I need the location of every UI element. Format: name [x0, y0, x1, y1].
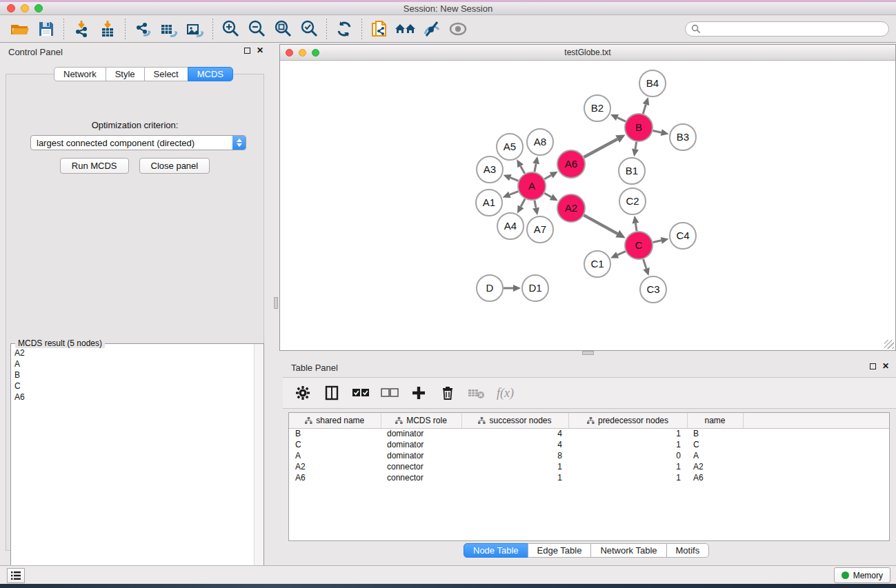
- export-network-button[interactable]: [130, 17, 156, 41]
- tab-style[interactable]: Style: [106, 67, 145, 81]
- graph-node-B1[interactable]: B1: [619, 158, 645, 184]
- table-cell[interactable]: A6: [687, 472, 743, 483]
- table-cell[interactable]: connector: [381, 472, 461, 483]
- graph-edge-C-C3[interactable]: [644, 259, 646, 269]
- scrollbar-track[interactable]: [254, 344, 263, 579]
- graph-node-C[interactable]: C: [625, 232, 653, 259]
- table-cell[interactable]: A6: [289, 472, 381, 483]
- resize-grip-icon[interactable]: [884, 340, 894, 349]
- graph-node-B3[interactable]: B3: [670, 124, 696, 150]
- table-cell[interactable]: 1: [568, 472, 687, 483]
- mcds-result-item[interactable]: B: [11, 369, 254, 381]
- table-settings-button[interactable]: [294, 384, 312, 402]
- float-panel-icon[interactable]: [870, 363, 876, 369]
- table-cell[interactable]: A2: [289, 461, 381, 472]
- graph-edge-B-B4[interactable]: [643, 105, 646, 114]
- graph-node-C4[interactable]: C4: [670, 223, 696, 249]
- column-header-name[interactable]: name: [687, 413, 743, 428]
- graph-node-B2[interactable]: B2: [584, 95, 610, 121]
- column-header-successor-nodes[interactable]: successor nodes: [461, 413, 568, 428]
- tab-select[interactable]: Select: [144, 67, 188, 81]
- mcds-result-item[interactable]: A6: [11, 392, 254, 403]
- open-file-button[interactable]: [7, 17, 33, 41]
- table-row[interactable]: Adominator80A: [289, 450, 889, 461]
- graph-node-A[interactable]: A: [518, 172, 546, 200]
- export-image-button[interactable]: [182, 17, 208, 41]
- table-cell[interactable]: 0: [568, 450, 687, 461]
- float-panel-icon[interactable]: [244, 48, 250, 54]
- save-session-button[interactable]: [33, 17, 59, 41]
- import-network-button[interactable]: [68, 17, 94, 41]
- table-cell[interactable]: 1: [461, 472, 568, 483]
- split-pane-grip-vertical[interactable]: [274, 297, 278, 309]
- table-cell[interactable]: C: [289, 439, 381, 450]
- import-table-button[interactable]: [94, 17, 121, 41]
- table-cell[interactable]: A: [289, 450, 381, 461]
- graph-edge-A-A7[interactable]: [535, 201, 536, 208]
- tab-node-table[interactable]: Node Table: [464, 543, 528, 558]
- refresh-button[interactable]: [331, 17, 357, 41]
- tab-motifs[interactable]: Motifs: [666, 543, 710, 558]
- table-row[interactable]: Bdominator41B: [289, 428, 889, 439]
- graph-edge-C-C4[interactable]: [653, 241, 661, 243]
- search-input[interactable]: [685, 21, 889, 37]
- function-builder-fx-button[interactable]: f(x): [497, 386, 514, 401]
- graph-edge-A6-B[interactable]: [584, 139, 617, 157]
- graph-node-C1[interactable]: C1: [584, 251, 610, 277]
- graph-node-A7[interactable]: A7: [527, 216, 553, 243]
- hide-graphics-details-button[interactable]: [419, 17, 445, 41]
- graph-node-A4[interactable]: A4: [497, 213, 524, 239]
- graph-node-A2[interactable]: A2: [557, 194, 585, 222]
- table-cell[interactable]: B: [289, 428, 381, 439]
- graph-edge-A2-C[interactable]: [584, 215, 617, 234]
- zoom-fit-button[interactable]: [270, 17, 296, 41]
- add-column-button[interactable]: [410, 384, 428, 402]
- delete-table-button[interactable]: [468, 384, 486, 402]
- graph-edge-A-A4[interactable]: [521, 199, 525, 207]
- table-cell[interactable]: 1: [568, 439, 687, 450]
- table-cell[interactable]: 1: [461, 461, 568, 472]
- close-panel-icon[interactable]: ✕: [882, 363, 889, 369]
- zoom-out-button[interactable]: [243, 17, 270, 41]
- tab-network-table[interactable]: Network Table: [590, 543, 666, 558]
- table-cell[interactable]: 1: [568, 461, 687, 472]
- tab-edge-table[interactable]: Edge Table: [528, 543, 592, 558]
- tab-mcds[interactable]: MCDS: [188, 67, 233, 81]
- graph-node-C2[interactable]: C2: [619, 188, 646, 214]
- graph-edge-A-A8[interactable]: [535, 163, 536, 172]
- mcds-result-item[interactable]: A: [11, 358, 254, 369]
- export-table-button[interactable]: [156, 17, 182, 41]
- column-header-predecessor-nodes[interactable]: predecessor nodes: [568, 413, 687, 428]
- table-cell[interactable]: A2: [687, 461, 743, 472]
- deselect-all-button[interactable]: [381, 384, 399, 402]
- task-history-button[interactable]: [7, 568, 25, 583]
- network-canvas[interactable]: B4B2BB3A5A8A6B1A3AA1C2A2A4A7C4CC1C3DD1: [280, 61, 895, 350]
- graph-edge-A-A2[interactable]: [544, 193, 551, 197]
- graph-node-A1[interactable]: A1: [476, 190, 502, 216]
- mcds-result-list[interactable]: A2ABCA6: [11, 347, 254, 578]
- graph-edge-A-A3[interactable]: [510, 178, 519, 181]
- graph-node-D1[interactable]: D1: [522, 275, 548, 301]
- graph-node-A3[interactable]: A3: [477, 156, 503, 183]
- graph-edge-B-B1[interactable]: [635, 142, 637, 150]
- graph-node-C3[interactable]: C3: [640, 276, 666, 303]
- table-cell[interactable]: C: [687, 439, 743, 450]
- graph-edge-C-C2[interactable]: [635, 223, 637, 232]
- home-button[interactable]: [392, 17, 419, 41]
- column-header-MCDS-role[interactable]: MCDS role: [381, 413, 461, 428]
- table-cell[interactable]: dominator: [381, 450, 461, 461]
- graph-node-D[interactable]: D: [477, 275, 503, 301]
- criterion-dropdown[interactable]: largest connected component (directed): [30, 135, 246, 150]
- close-panel-button[interactable]: Close panel: [139, 158, 210, 174]
- mcds-result-item[interactable]: A2: [11, 347, 254, 358]
- graph-node-A8[interactable]: A8: [527, 129, 553, 155]
- graph-node-A5[interactable]: A5: [497, 134, 523, 160]
- table-row[interactable]: A2connector11A2: [289, 461, 889, 472]
- table-cell[interactable]: dominator: [381, 439, 461, 450]
- table-cell[interactable]: connector: [381, 461, 461, 472]
- tab-network[interactable]: Network: [54, 67, 106, 81]
- network-window-titlebar[interactable]: testGlobe.txt: [280, 45, 895, 61]
- mcds-result-item[interactable]: C: [11, 381, 254, 392]
- graph-edge-A-A6[interactable]: [544, 175, 551, 179]
- zoom-selected-button[interactable]: [296, 17, 322, 41]
